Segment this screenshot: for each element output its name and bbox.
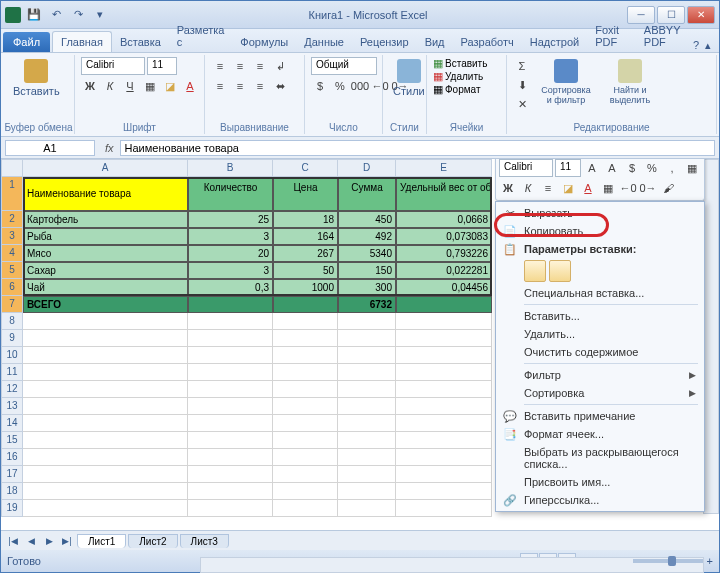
row-header[interactable]: 18 [1,483,23,500]
percent-button[interactable]: % [331,77,349,95]
cell[interactable]: Мясо [23,245,188,262]
italic-button[interactable]: К [101,77,119,95]
tab-data[interactable]: Данные [296,32,352,52]
row-header[interactable]: 1 [1,177,23,211]
row-header[interactable]: 19 [1,500,23,517]
cell[interactable] [23,347,188,364]
number-format[interactable]: Общий [311,57,377,75]
cell[interactable] [188,466,273,483]
mini-percent[interactable]: % [643,159,661,177]
sheet-nav-prev[interactable]: ◀ [23,533,39,549]
tab-foxit[interactable]: Foxit PDF [587,20,636,52]
align-left[interactable]: ≡ [211,77,229,95]
cm-insert[interactable]: Вставить... [498,307,702,325]
align-bot[interactable]: ≡ [251,57,269,75]
fill-button[interactable]: ⬇ [513,76,531,94]
ribbon-minimize-icon[interactable]: ▴ [705,39,711,52]
cell[interactable]: 18 [273,211,338,228]
mini-bold[interactable]: Ж [499,179,517,197]
underline-button[interactable]: Ч [121,77,139,95]
cell[interactable]: 3 [188,262,273,279]
cm-comment[interactable]: 💬Вставить примечание [498,407,702,425]
row-header[interactable]: 11 [1,364,23,381]
cm-copy[interactable]: 📄Копировать [498,222,702,240]
cm-cut[interactable]: ✂Вырезать [498,204,702,222]
col-header[interactable]: C [273,159,338,177]
mini-font-size[interactable]: 11 [555,159,581,177]
mini-fill-color[interactable]: ◪ [559,179,577,197]
cell[interactable] [396,296,492,313]
cell[interactable]: 267 [273,245,338,262]
cell[interactable] [338,483,396,500]
comma-button[interactable]: 000 [351,77,369,95]
merge-button[interactable]: ⬌ [271,77,289,95]
row-header[interactable]: 5 [1,262,23,279]
tab-abbyy[interactable]: ABBYY PDF [636,20,693,52]
cell[interactable] [338,415,396,432]
cell[interactable] [338,398,396,415]
cell[interactable]: Картофель [23,211,188,228]
cell[interactable]: 50 [273,262,338,279]
qat-more-icon[interactable]: ▾ [91,6,109,24]
row-header[interactable]: 2 [1,211,23,228]
paste-button[interactable]: Вставить [9,57,64,99]
mini-italic[interactable]: К [519,179,537,197]
cell[interactable] [396,483,492,500]
cell[interactable] [396,381,492,398]
format-cells-button[interactable]: ▦Формат [433,83,487,96]
bold-button[interactable]: Ж [81,77,99,95]
cell[interactable]: 150 [338,262,396,279]
redo-icon[interactable]: ↷ [69,6,87,24]
cell[interactable]: 0,04456 [396,279,492,296]
file-tab[interactable]: Файл [3,32,50,52]
horizontal-scrollbar[interactable] [200,557,704,573]
autosum-button[interactable]: Σ [513,57,531,75]
cell[interactable]: 0,073083 [396,228,492,245]
cell[interactable] [338,432,396,449]
row-header[interactable]: 8 [1,313,23,330]
font-name[interactable]: Calibri [81,57,145,75]
cm-dropdown-list[interactable]: Выбрать из раскрывающегося списка... [498,443,702,473]
row-header[interactable]: 6 [1,279,23,296]
row-header[interactable]: 15 [1,432,23,449]
border-button[interactable]: ▦ [141,77,159,95]
cell[interactable] [396,432,492,449]
mini-grow-font[interactable]: A [583,159,601,177]
cell[interactable] [273,381,338,398]
cm-paste-special[interactable]: Специальная вставка... [498,284,702,302]
cell[interactable] [396,313,492,330]
cell[interactable]: Количество [188,177,273,211]
cell[interactable] [23,449,188,466]
sheet-nav-last[interactable]: ▶| [59,533,75,549]
vertical-scrollbar[interactable] [703,159,719,514]
row-header[interactable]: 3 [1,228,23,245]
cell[interactable]: Цена [273,177,338,211]
cell[interactable] [188,415,273,432]
cell[interactable]: 6732 [338,296,396,313]
cell[interactable] [338,500,396,517]
paste-opt-values[interactable] [549,260,571,282]
cell[interactable]: 20 [188,245,273,262]
col-header[interactable]: A [23,159,188,177]
tab-formulas[interactable]: Формулы [232,32,296,52]
cell[interactable] [23,398,188,415]
cell[interactable] [23,466,188,483]
tab-view[interactable]: Вид [417,32,453,52]
cell[interactable] [396,398,492,415]
cell[interactable]: 25 [188,211,273,228]
cell[interactable] [338,313,396,330]
cell[interactable] [188,449,273,466]
cell[interactable] [188,398,273,415]
align-center[interactable]: ≡ [231,77,249,95]
mini-font-name[interactable]: Calibri [499,159,553,177]
cm-delete[interactable]: Удалить... [498,325,702,343]
row-header[interactable]: 7 [1,296,23,313]
align-mid[interactable]: ≡ [231,57,249,75]
cell[interactable]: 300 [338,279,396,296]
mini-dec-inc[interactable]: ←0 [619,179,637,197]
cell[interactable] [23,432,188,449]
zoom-in-button[interactable]: + [707,555,713,567]
cell[interactable]: Сумма [338,177,396,211]
cell[interactable] [338,466,396,483]
cell[interactable] [188,313,273,330]
